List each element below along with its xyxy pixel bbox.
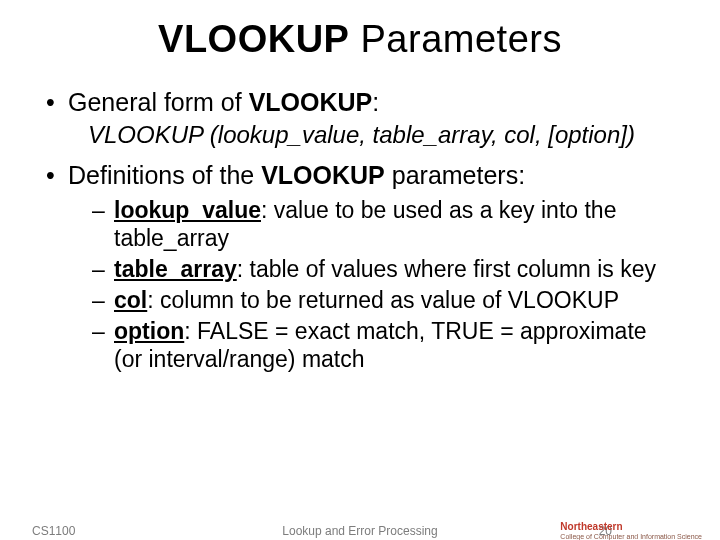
term-col: col xyxy=(114,287,147,313)
b2-pre: Definitions of the xyxy=(68,161,261,189)
title-bold: VLOOKUP xyxy=(158,18,349,60)
b1-pre: General form of xyxy=(68,88,249,116)
syntax-line: VLOOKUP (lookup_value, table_array, col,… xyxy=(88,120,680,150)
slide: VLOOKUP Parameters General form of VLOOK… xyxy=(0,18,720,540)
slide-body: General form of VLOOKUP: VLOOKUP (lookup… xyxy=(40,87,680,374)
b1-post: : xyxy=(372,88,379,116)
term-lookup-value: lookup_value xyxy=(114,197,261,223)
bullet-list: General form of VLOOKUP: VLOOKUP (lookup… xyxy=(40,87,680,374)
slide-title: VLOOKUP Parameters xyxy=(0,18,720,61)
definition-list: lookup_value: value to be used as a key … xyxy=(68,196,680,375)
def-col: col: column to be returned as value of V… xyxy=(68,286,680,315)
title-rest: Parameters xyxy=(349,18,561,60)
bullet-general-form: General form of VLOOKUP: xyxy=(40,87,680,118)
term-option: option xyxy=(114,318,184,344)
logo-main: Northeastern xyxy=(560,522,702,533)
def-lookup-value: lookup_value: value to be used as a key … xyxy=(68,196,680,254)
def-option: option: FALSE = exact match, TRUE = appr… xyxy=(68,317,680,375)
text-table-array: : table of values where first column is … xyxy=(237,256,656,282)
def-table-array: table_array: table of values where first… xyxy=(68,255,680,284)
b2-bold: VLOOKUP xyxy=(261,161,385,189)
term-table-array: table_array xyxy=(114,256,237,282)
logo-sub: College of Computer and Information Scie… xyxy=(560,533,702,540)
b2-post: parameters: xyxy=(385,161,525,189)
bullet-definitions: Definitions of the VLOOKUP parameters: l… xyxy=(40,160,680,374)
b1-bold: VLOOKUP xyxy=(249,88,373,116)
text-option: : FALSE = exact match, TRUE = approximat… xyxy=(114,318,647,373)
text-col: : column to be returned as value of VLOO… xyxy=(147,287,619,313)
footer-logo: Northeastern College of Computer and Inf… xyxy=(560,522,702,540)
